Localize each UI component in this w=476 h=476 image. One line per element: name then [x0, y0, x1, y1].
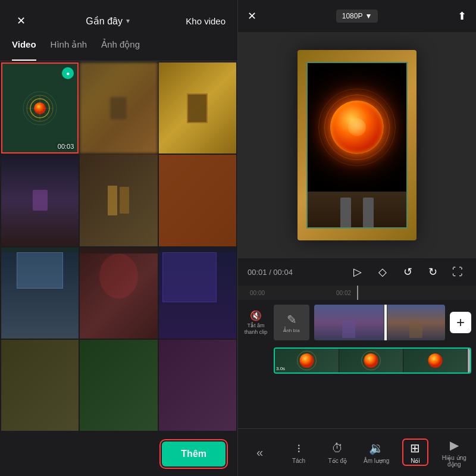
video-preview: [238, 32, 476, 258]
main-track: 🔇 Tắt âmthanh clip ✎ Ảnh bìa: [238, 300, 476, 345]
split-icon: ⫶: [296, 441, 302, 455]
volume-label: Âm lượng: [364, 458, 389, 464]
add-clip-button[interactable]: +: [450, 312, 471, 333]
volume-tool[interactable]: 🔉 Âm lượng: [357, 441, 396, 464]
speed-icon: ⏱: [331, 441, 343, 455]
join-icon: ⊞: [410, 441, 420, 455]
volume-icon: 🔉: [369, 441, 384, 455]
svg-point-8: [300, 353, 314, 368]
sub-thumb-2: [339, 349, 403, 372]
person-legs: [308, 192, 406, 227]
video-duration: 00:03: [58, 143, 74, 150]
magic-orb-icon: [22, 90, 58, 126]
list-item[interactable]: [1, 340, 79, 431]
list-item[interactable]: [159, 248, 236, 339]
clip-thumb-2: [387, 305, 445, 340]
list-item[interactable]: [159, 155, 236, 246]
tab-image[interactable]: Hình ảnh: [51, 39, 87, 55]
preview-orb: [330, 101, 384, 154]
effect-tool[interactable]: ▶ Hiệu ứng động: [435, 438, 474, 468]
cover-label: Ảnh bìa: [283, 328, 299, 333]
play-button[interactable]: ▷: [349, 263, 367, 281]
sub-orb-icon-2: [339, 349, 403, 372]
split-tool[interactable]: ⫶ Tách: [279, 441, 318, 464]
ruler-mark-0: 00:00: [250, 290, 265, 296]
sub-track-container: 3.0s: [238, 345, 476, 376]
tab-video[interactable]: Video: [12, 39, 36, 55]
cover-clip[interactable]: ✎ Ảnh bìa: [274, 305, 309, 340]
svg-point-12: [428, 353, 443, 368]
leg-right: [363, 198, 374, 227]
mute-track-label: 🔇 Tắt âmthanh clip: [243, 310, 269, 336]
expand-icon: «: [256, 446, 263, 459]
effect-icon: ▶: [450, 438, 459, 452]
list-item[interactable]: [80, 155, 157, 246]
mute-label: Tắt âmthanh clip: [245, 322, 268, 336]
sub-orb-icon-3: [403, 349, 467, 372]
join-tool[interactable]: ⊞ Nối: [396, 441, 434, 464]
right-panel: ✕ 1080P ▼ ⬆: [238, 0, 476, 476]
playback-controls: 00:01 / 00:04 ▷ ◇ ↺ ↻ ⛶: [238, 258, 476, 286]
list-item[interactable]: ● 00:03: [1, 62, 79, 154]
time-display: 00:01 / 00:04: [248, 268, 293, 277]
add-button[interactable]: Thêm: [162, 441, 226, 466]
undo-button[interactable]: ↺: [399, 263, 416, 281]
speed-tool[interactable]: ⏱ Tốc độ: [318, 441, 357, 464]
chevron-down-icon[interactable]: ▾: [126, 17, 130, 25]
left-close-button[interactable]: ✕: [12, 12, 30, 30]
list-item[interactable]: [159, 340, 236, 431]
clip-sequence[interactable]: [314, 305, 445, 340]
left-footer: Thêm: [0, 432, 237, 476]
list-item[interactable]: [80, 62, 157, 154]
ruler-mark-1: 00:02: [336, 290, 351, 296]
mute-icon[interactable]: 🔇: [250, 310, 262, 321]
video-store-label[interactable]: Kho video: [186, 16, 226, 26]
list-item[interactable]: [80, 340, 157, 431]
video-grid: ● 00:03: [0, 61, 237, 432]
sub-track[interactable]: 3.0s: [274, 347, 471, 374]
clip-thumb-1: [314, 305, 384, 340]
left-header-center: Gần đây ▾: [86, 15, 130, 27]
pen-icon: ✎: [287, 312, 297, 327]
quality-label: 1080P: [342, 12, 363, 20]
expand-tool[interactable]: «: [240, 446, 279, 459]
right-header: ✕ 1080P ▼ ⬆: [238, 0, 476, 32]
redo-button[interactable]: ↻: [424, 263, 441, 281]
quality-chevron-icon: ▼: [365, 12, 372, 20]
list-item[interactable]: [1, 155, 79, 246]
left-tabs: Video Hình ảnh Ảnh động: [0, 39, 237, 61]
tab-animated[interactable]: Ảnh động: [101, 39, 140, 55]
svg-point-10: [364, 353, 378, 368]
timeline-area: 00:00 00:02 🔇 Tắt âmthanh clip ✎ Ảnh bìa: [238, 286, 476, 428]
sub-thumb-label-1: 3.0s: [276, 366, 285, 371]
bottom-toolbar: « ⫶ Tách ⏱ Tốc độ 🔉 Âm lượng ⊞ Nối ▶ Hiệ…: [238, 428, 476, 476]
left-panel: ✕ Gần đây ▾ Kho video Video Hình ảnh Ảnh…: [0, 0, 238, 476]
trim-icon[interactable]: ◇: [374, 263, 392, 281]
video-frame: [298, 50, 416, 240]
effect-label: Hiệu ứng động: [435, 455, 474, 468]
leg-left: [340, 198, 351, 227]
fullscreen-button[interactable]: ⛶: [449, 263, 466, 281]
recent-label: Gần đây: [86, 15, 123, 27]
speed-label: Tốc độ: [328, 458, 347, 464]
left-header: ✕ Gần đây ▾ Kho video: [0, 0, 237, 39]
right-close-button[interactable]: ✕: [248, 10, 256, 23]
video-frame-inner: [306, 62, 408, 228]
sub-thumb-3: [403, 349, 467, 372]
upload-icon[interactable]: ⬆: [458, 10, 466, 23]
split-label: Tách: [292, 458, 305, 464]
join-label: Nối: [411, 458, 419, 464]
quality-badge[interactable]: 1080P ▼: [336, 10, 378, 23]
timeline-ruler: 00:00 00:02: [238, 286, 476, 300]
list-item[interactable]: [1, 248, 79, 339]
list-item[interactable]: [159, 62, 236, 154]
sub-thumb-1: 3.0s: [275, 349, 339, 372]
list-item[interactable]: [80, 248, 157, 339]
